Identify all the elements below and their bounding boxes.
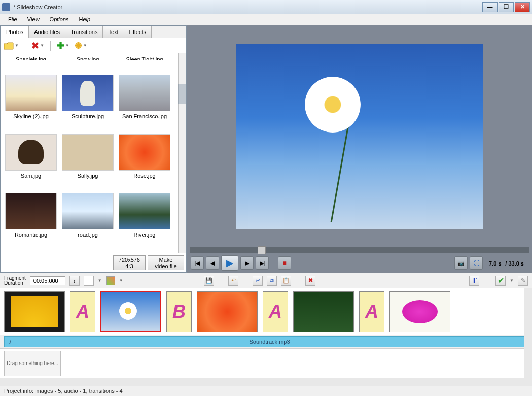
scissors-icon: ✂: [256, 277, 260, 284]
statusbar: Project info: images - 5, audio - 1, tra…: [0, 386, 532, 396]
color-sample[interactable]: [106, 276, 115, 285]
brush-button[interactable]: ✎: [518, 276, 528, 286]
checkmark-icon: ✔: [498, 276, 504, 285]
timeline-photo[interactable]: [100, 291, 161, 332]
text-button[interactable]: T: [469, 276, 479, 286]
timeline-transition[interactable]: A: [263, 291, 288, 332]
prev-button[interactable]: ◀: [206, 256, 219, 270]
delete-button[interactable]: ✖ ▼: [30, 39, 45, 52]
open-folder-button[interactable]: ▼: [3, 40, 20, 51]
timeline-transition[interactable]: A: [359, 291, 384, 332]
fragment-duration-input[interactable]: 00:05.000: [30, 276, 65, 285]
resolution-button[interactable]: 720x576 4:3: [113, 255, 146, 270]
timeline-photo[interactable]: [197, 291, 258, 332]
timeline-vertical-scrollbar[interactable]: [524, 288, 532, 386]
timeline-horizontal-scrollbar[interactable]: [0, 378, 532, 386]
text-icon: T: [472, 276, 477, 285]
photo-thumbnail: [62, 75, 114, 111]
menu-options[interactable]: Options: [45, 14, 74, 25]
timeline-transition[interactable]: B: [166, 291, 192, 332]
minimize-button[interactable]: —: [482, 2, 498, 12]
photo-item[interactable]: River.jpg: [116, 192, 173, 251]
delete-x-icon: ✖: [308, 277, 313, 284]
chevron-down-icon[interactable]: ▼: [119, 278, 123, 283]
tab-text[interactable]: Text: [102, 26, 124, 38]
timeline-photo[interactable]: [4, 291, 65, 332]
photo-item[interactable]: Sam.jpg: [3, 133, 59, 192]
save-button[interactable]: 💾: [204, 276, 214, 286]
next-button[interactable]: ▶: [240, 256, 254, 270]
photo-thumbnail: [5, 75, 57, 111]
delete-timeline-button[interactable]: ✖: [305, 276, 315, 286]
timeline-video-row[interactable]: ABAA: [0, 288, 532, 335]
brush-icon: ✎: [521, 277, 525, 284]
drop-zone[interactable]: Drag something here...: [4, 351, 61, 376]
timeline-audio-row[interactable]: ♪ Soundtrack.mp3: [4, 336, 528, 347]
photo-item[interactable]: Skyline (2).jpg: [3, 74, 59, 133]
photo-item[interactable]: San Francisco.jpg: [116, 74, 173, 133]
photo-thumbnail: [62, 193, 114, 229]
playback-controls: |◀ ◀ ▶ ▶ ▶| ■ 📷 ⛶ 7.0 s / 33.0 s: [187, 253, 532, 273]
cut-button[interactable]: ✂: [253, 276, 263, 286]
chevron-down-icon[interactable]: ▼: [510, 278, 514, 283]
undo-icon: ↶: [231, 277, 236, 284]
tab-effects[interactable]: Effects: [124, 26, 152, 38]
fragment-color-box[interactable]: [84, 276, 94, 286]
window-title: * Slideshow Creator: [13, 4, 482, 10]
copy-icon: ⧉: [270, 277, 274, 284]
timeline-transition[interactable]: A: [70, 291, 95, 332]
menu-view[interactable]: View: [22, 14, 45, 25]
scrollbar-thumb[interactable]: [178, 84, 186, 104]
menu-file[interactable]: File: [3, 14, 22, 25]
make-video-button[interactable]: Make video file: [148, 255, 184, 270]
photo-item[interactable]: Sculpture.jpg: [59, 74, 116, 133]
paste-button[interactable]: 📋: [281, 276, 291, 286]
tabs-bar: Photos Audio files Transitions Text Effe…: [1, 26, 186, 38]
fullscreen-button[interactable]: ⛶: [470, 256, 483, 270]
tab-photos[interactable]: Photos: [1, 26, 29, 38]
first-button[interactable]: |◀: [191, 256, 204, 270]
chevron-down-icon[interactable]: ▼: [98, 278, 102, 283]
apply-button[interactable]: ✔: [495, 276, 506, 286]
timeline-photo[interactable]: [389, 291, 450, 332]
photo-label: Sleep Tight.jpg: [116, 55, 173, 60]
copy-button[interactable]: ⧉: [267, 276, 277, 286]
fragment-stepper[interactable]: ↕: [69, 276, 80, 286]
photo-item[interactable]: Snow.jpg: [59, 55, 116, 61]
transition-letter: A: [76, 301, 89, 322]
seek-bar[interactable]: [190, 247, 529, 253]
separator: [25, 41, 25, 51]
tab-transitions[interactable]: Transitions: [65, 26, 103, 38]
photo-item[interactable]: Spaniels.jpg: [3, 55, 59, 61]
close-button[interactable]: ✕: [515, 2, 530, 12]
maximize-button[interactable]: ❐: [499, 2, 514, 12]
menu-help[interactable]: Help: [74, 14, 96, 25]
photo-item[interactable]: Rose.jpg: [116, 133, 173, 192]
paste-icon: 📋: [282, 277, 290, 284]
chevron-down-icon: ▼: [83, 43, 87, 48]
play-icon: ▶: [226, 257, 233, 269]
photo-item[interactable]: Romantic.jpg: [3, 192, 59, 251]
photo-grid[interactable]: Spaniels.jpgSnow.jpgSleep Tight.jpgSkyli…: [1, 53, 186, 253]
timeline-photo[interactable]: [293, 291, 354, 332]
photo-item[interactable]: road.jpg: [59, 192, 116, 251]
photo-item[interactable]: Sleep Tight.jpg: [116, 55, 173, 61]
stop-button[interactable]: ■: [278, 256, 291, 270]
separator: [50, 41, 51, 51]
tab-audio-files[interactable]: Audio files: [28, 26, 65, 38]
photo-label: Romantic.jpg: [3, 230, 59, 239]
photo-thumbnail: [5, 193, 57, 229]
effect-button[interactable]: ✺ ▼: [74, 39, 88, 52]
snapshot-button[interactable]: 📷: [454, 256, 468, 270]
photo-item[interactable]: Sally.jpg: [59, 133, 116, 192]
scrollbar-track[interactable]: [178, 53, 186, 253]
play-button[interactable]: ▶: [221, 255, 238, 271]
preview-frame: [236, 44, 483, 229]
add-button[interactable]: ✚ ▼: [56, 39, 70, 52]
seek-handle[interactable]: [258, 246, 266, 254]
music-note-icon: ♪: [9, 338, 12, 345]
undo-button[interactable]: ↶: [228, 276, 238, 286]
photo-thumbnail: [119, 134, 170, 171]
titlebar: * Slideshow Creator — ❐ ✕: [0, 0, 532, 14]
last-button[interactable]: ▶|: [256, 256, 269, 270]
